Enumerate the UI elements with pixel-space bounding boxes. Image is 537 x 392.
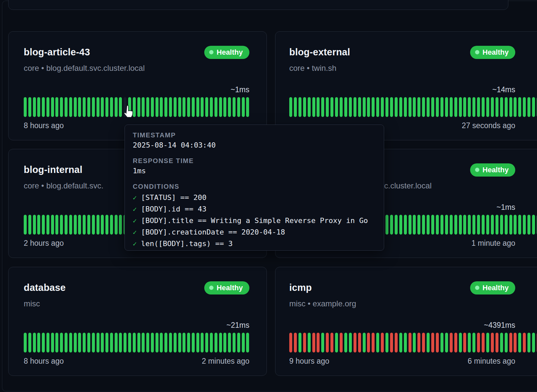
uptime-bar[interactable] (83, 97, 86, 117)
uptime-bar[interactable] (477, 333, 480, 352)
uptime-bar[interactable] (463, 333, 466, 352)
uptime-bar[interactable] (65, 97, 68, 117)
uptime-bar[interactable] (409, 333, 411, 352)
uptime-bar[interactable] (298, 333, 301, 352)
uptime-bar[interactable] (317, 97, 320, 117)
uptime-bar[interactable] (450, 333, 453, 352)
uptime-bar[interactable] (312, 333, 315, 352)
uptime-bar[interactable] (146, 333, 149, 352)
uptime-bar[interactable] (178, 97, 181, 117)
uptime-bar[interactable] (298, 97, 301, 117)
uptime-bar[interactable] (87, 97, 90, 117)
uptime-bar[interactable] (92, 333, 95, 352)
uptime-bar[interactable] (24, 333, 27, 352)
uptime-bar[interactable] (192, 333, 195, 352)
uptime-bar[interactable] (422, 333, 425, 352)
uptime-bar[interactable] (65, 333, 68, 352)
uptime-bar[interactable] (69, 215, 72, 235)
uptime-bar[interactable] (477, 97, 480, 117)
uptime-bar[interactable] (527, 333, 530, 352)
uptime-bar[interactable] (509, 97, 512, 117)
uptime-bar[interactable] (97, 215, 99, 235)
uptime-bar[interactable] (37, 215, 40, 235)
uptime-bar[interactable] (46, 97, 49, 117)
uptime-bar[interactable] (74, 215, 77, 235)
uptime-bar[interactable] (532, 97, 535, 117)
uptime-bar[interactable] (28, 333, 31, 352)
uptime-bar[interactable] (124, 97, 127, 117)
uptime-bar[interactable] (436, 97, 439, 117)
uptime-bar[interactable] (78, 333, 81, 352)
uptime-bar[interactable] (55, 333, 58, 352)
uptime-bar[interactable] (509, 215, 512, 235)
uptime-bar[interactable] (454, 97, 457, 117)
uptime-bar[interactable] (395, 215, 398, 235)
uptime-bar[interactable] (459, 333, 462, 352)
uptime-bar[interactable] (146, 97, 149, 117)
uptime-bar[interactable] (223, 97, 226, 117)
uptime-bar[interactable] (532, 215, 535, 235)
uptime-bar[interactable] (395, 97, 398, 117)
uptime-bar[interactable] (454, 333, 457, 352)
uptime-bar[interactable] (246, 97, 249, 117)
uptime-bar[interactable] (518, 215, 521, 235)
uptime-bar[interactable] (330, 97, 333, 117)
uptime-bar[interactable] (233, 333, 236, 352)
uptime-bar[interactable] (326, 97, 329, 117)
uptime-bar[interactable] (404, 333, 407, 352)
uptime-bar[interactable] (55, 97, 58, 117)
uptime-bar[interactable] (303, 97, 306, 117)
uptime-bar[interactable] (101, 215, 104, 235)
uptime-bar[interactable] (399, 333, 402, 352)
uptime-bar[interactable] (344, 97, 347, 117)
uptime-bar[interactable] (486, 215, 489, 235)
uptime-bar[interactable] (436, 333, 439, 352)
uptime-bar[interactable] (142, 97, 145, 117)
uptime-bar[interactable] (308, 97, 311, 117)
uptime-bar[interactable] (409, 97, 411, 117)
uptime-bar[interactable] (83, 333, 86, 352)
uptime-bar[interactable] (28, 215, 31, 235)
uptime-bar[interactable] (390, 97, 393, 117)
uptime-bar[interactable] (92, 215, 95, 235)
uptime-bar[interactable] (137, 333, 140, 352)
uptime-bar[interactable] (289, 333, 292, 352)
uptime-bar[interactable] (205, 97, 208, 117)
uptime-bar[interactable] (110, 333, 113, 352)
uptime-bar[interactable] (294, 97, 297, 117)
uptime-bar[interactable] (115, 97, 118, 117)
uptime-bar[interactable] (440, 215, 443, 235)
uptime-bar[interactable] (69, 333, 72, 352)
uptime-bar[interactable] (422, 215, 425, 235)
uptime-bar[interactable] (233, 97, 236, 117)
uptime-bar[interactable] (51, 333, 54, 352)
uptime-bar[interactable] (523, 97, 526, 117)
uptime-bar[interactable] (381, 333, 384, 352)
uptime-bar[interactable] (187, 97, 190, 117)
uptime-bar[interactable] (174, 97, 177, 117)
uptime-bar[interactable] (367, 97, 370, 117)
uptime-bar[interactable] (495, 215, 498, 235)
uptime-bar[interactable] (468, 333, 471, 352)
uptime-bar[interactable] (60, 333, 63, 352)
uptime-bar[interactable] (164, 333, 167, 352)
uptime-bar[interactable] (399, 97, 402, 117)
uptime-bar[interactable] (128, 333, 131, 352)
uptime-bar[interactable] (523, 333, 526, 352)
uptime-bar[interactable] (83, 215, 86, 235)
uptime-bar[interactable] (42, 97, 45, 117)
uptime-bar[interactable] (105, 215, 108, 235)
uptime-bar[interactable] (514, 215, 517, 235)
uptime-bar[interactable] (344, 333, 347, 352)
uptime-bar[interactable] (326, 333, 329, 352)
uptime-bar[interactable] (440, 333, 443, 352)
service-card[interactable]: database Healthy misc ~21ms 8 hours ago … (8, 267, 267, 376)
uptime-bar[interactable] (381, 97, 384, 117)
uptime-bar[interactable] (431, 333, 434, 352)
uptime-bar[interactable] (119, 97, 122, 117)
uptime-bar[interactable] (160, 97, 163, 117)
uptime-bar[interactable] (413, 97, 416, 117)
uptime-bar[interactable] (60, 97, 63, 117)
uptime-bar[interactable] (69, 97, 72, 117)
uptime-bar[interactable] (363, 97, 366, 117)
